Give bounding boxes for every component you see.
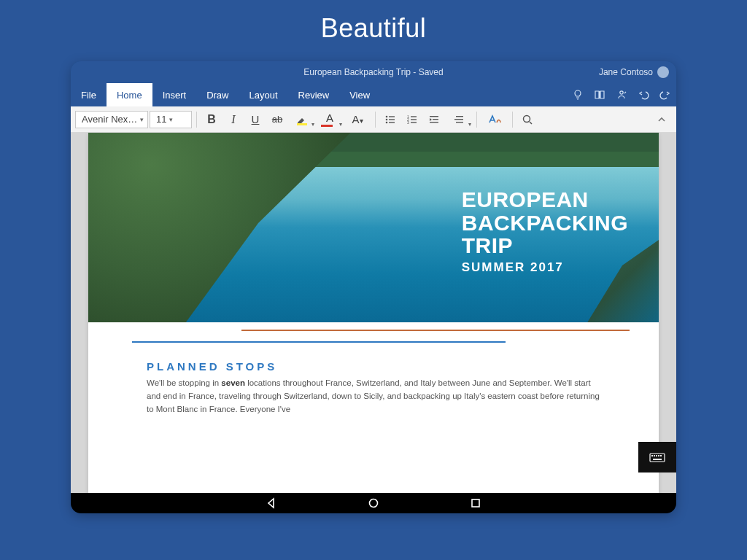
chevron-down-icon: ▾ — [169, 116, 173, 123]
ribbon-tabs: File Home Insert Draw Layout Review View — [71, 83, 676, 106]
svg-rect-29 — [472, 499, 479, 507]
collapse-ribbon-button[interactable] — [651, 109, 672, 130]
share-icon[interactable] — [611, 83, 632, 106]
chevron-down-icon: ▾ — [339, 121, 342, 128]
svg-rect-14 — [430, 116, 438, 117]
svg-point-20 — [524, 115, 530, 122]
android-nav-bar — [71, 493, 676, 513]
svg-rect-16 — [430, 122, 438, 122]
svg-rect-11 — [411, 119, 417, 120]
hero-line2: BACKPACKING — [462, 211, 628, 235]
read-mode-icon[interactable] — [589, 83, 611, 106]
svg-rect-1 — [297, 123, 307, 125]
separator — [196, 112, 197, 128]
svg-rect-18 — [454, 119, 463, 120]
tab-review[interactable]: Review — [288, 83, 340, 106]
bullet-list-button[interactable] — [380, 109, 400, 130]
redo-icon[interactable] — [654, 83, 676, 106]
android-home-button[interactable] — [366, 496, 381, 510]
document-title: European Backpacking Trip - Saved — [71, 67, 676, 77]
android-back-button[interactable] — [264, 496, 279, 510]
body-paragraph: We'll be stopping in seven locations thr… — [88, 377, 659, 416]
tab-file[interactable]: File — [71, 83, 107, 106]
font-color-button[interactable]: A ▾ — [317, 109, 343, 130]
svg-rect-23 — [654, 455, 655, 456]
svg-rect-7 — [389, 122, 395, 122]
section-heading: PLANNED STOPS — [88, 357, 659, 377]
svg-text:3: 3 — [407, 120, 409, 125]
user-area[interactable]: Jane Contoso — [599, 66, 669, 78]
tab-layout[interactable]: Layout — [239, 83, 288, 106]
underline-button[interactable]: U — [245, 109, 266, 130]
svg-rect-3 — [389, 116, 395, 117]
styles-button[interactable] — [481, 109, 508, 130]
font-effects-button[interactable]: A▾ — [344, 109, 371, 130]
android-recents-button[interactable] — [468, 496, 483, 510]
keyboard-fab[interactable] — [638, 442, 676, 472]
font-size-select[interactable]: 11 ▾ — [150, 111, 192, 128]
strikethrough-button[interactable]: ab — [267, 109, 287, 130]
svg-rect-19 — [456, 122, 463, 122]
font-name-select[interactable]: Avenir Nex… ▾ — [75, 111, 148, 128]
svg-point-2 — [386, 115, 388, 117]
accent-dividers — [88, 322, 659, 357]
document-page: EUROPEAN BACKPACKING TRIP SUMMER 2017 PL… — [88, 133, 659, 493]
search-button[interactable] — [517, 109, 538, 130]
formatting-toolbar: Avenir Nex… ▾ 11 ▾ B I U ab ▾ A ▾ A▾ 123 — [71, 106, 676, 133]
separator — [375, 112, 376, 128]
tab-view[interactable]: View — [339, 83, 380, 106]
tell-me-icon[interactable] — [567, 83, 589, 106]
highlight-button[interactable]: ▾ — [289, 109, 315, 130]
chevron-down-icon: ▾ — [311, 121, 314, 128]
bold-button[interactable]: B — [201, 109, 222, 130]
separator — [512, 112, 513, 128]
tab-insert[interactable]: Insert — [152, 83, 197, 106]
svg-rect-13 — [411, 122, 417, 122]
svg-rect-24 — [656, 455, 657, 456]
document-viewport[interactable]: EUROPEAN BACKPACKING TRIP SUMMER 2017 PL… — [71, 133, 676, 493]
tab-draw[interactable]: Draw — [196, 83, 239, 106]
paragraph-button[interactable]: ▾ — [446, 109, 472, 130]
svg-rect-9 — [411, 116, 417, 117]
svg-point-4 — [386, 118, 388, 120]
hero-image: EUROPEAN BACKPACKING TRIP SUMMER 2017 — [88, 133, 659, 322]
svg-rect-17 — [456, 116, 463, 117]
svg-rect-27 — [653, 459, 662, 460]
hero-subtitle: SUMMER 2017 — [462, 260, 628, 275]
svg-point-6 — [386, 121, 388, 123]
titlebar: European Backpacking Trip - Saved Jane C… — [71, 61, 676, 83]
numbered-list-button[interactable]: 123 — [402, 109, 422, 130]
hero-line3: TRIP — [462, 234, 628, 257]
svg-rect-26 — [660, 455, 662, 456]
svg-point-28 — [370, 499, 378, 508]
hero-title-block: EUROPEAN BACKPACKING TRIP SUMMER 2017 — [462, 188, 628, 275]
svg-rect-21 — [650, 454, 665, 462]
svg-rect-15 — [433, 119, 438, 120]
promo-heading: Beautiful — [321, 13, 427, 44]
device-frame: European Backpacking Trip - Saved Jane C… — [71, 61, 676, 513]
svg-rect-25 — [658, 455, 659, 456]
undo-icon[interactable] — [632, 83, 654, 106]
separator — [476, 112, 477, 128]
chevron-down-icon: ▾ — [140, 116, 144, 123]
body-bold: seven — [221, 378, 245, 387]
font-name-value: Avenir Nex… — [82, 114, 137, 125]
font-size-value: 11 — [156, 114, 166, 125]
user-name-label: Jane Contoso — [599, 67, 653, 77]
tab-home[interactable]: Home — [107, 83, 152, 106]
svg-rect-5 — [389, 119, 395, 120]
italic-button[interactable]: I — [223, 109, 244, 130]
chevron-down-icon: ▾ — [468, 121, 471, 128]
avatar[interactable] — [657, 66, 669, 78]
body-prefix: We'll be stopping in — [147, 378, 221, 387]
hero-line1: EUROPEAN — [462, 188, 628, 211]
svg-point-0 — [620, 91, 623, 94]
indent-button[interactable] — [424, 109, 444, 130]
svg-rect-22 — [651, 455, 653, 456]
